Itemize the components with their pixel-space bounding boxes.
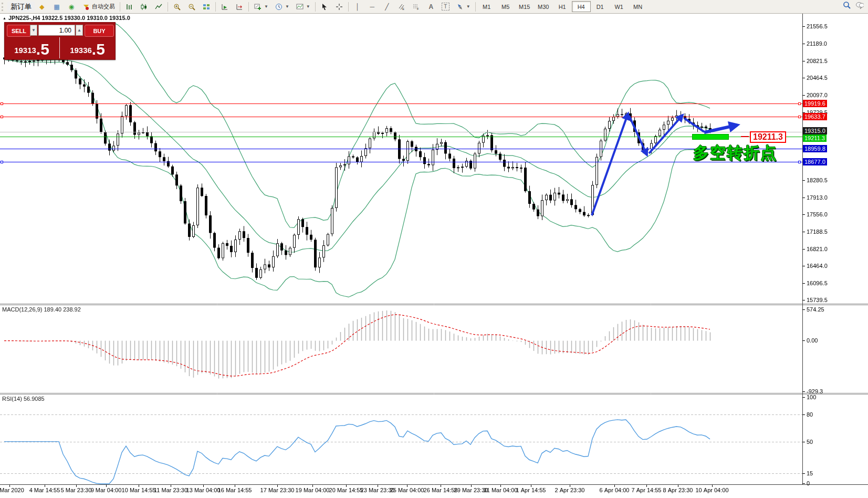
level-handle[interactable] [1, 116, 3, 118]
tab-timeframe-h4[interactable]: H4 [572, 1, 591, 12]
channel-icon: E [398, 3, 406, 11]
new-chart-button[interactable]: ▼ [250, 1, 271, 13]
tile-windows-button[interactable] [199, 1, 214, 13]
new-order-button[interactable]: 新订单 [7, 2, 35, 12]
svg-text:E: E [402, 7, 404, 11]
text-label-tool[interactable]: T [438, 1, 453, 13]
collapse-arrow-icon[interactable]: ▲ [3, 16, 6, 20]
level-price-label: 19633.7 [803, 113, 827, 120]
level-line-19211.3[interactable] [0, 137, 802, 137]
fibonacci-tool[interactable]: F [409, 1, 424, 13]
buy-price[interactable]: 19336.5 [60, 38, 114, 58]
tab-timeframe-d1[interactable]: D1 [591, 1, 610, 12]
level-line-19633.7[interactable] [0, 117, 802, 117]
tab-timeframe-m1[interactable]: M1 [477, 1, 496, 12]
price-tag-label[interactable]: 19211.3 [750, 131, 786, 143]
dropdown-arrow-icon: ▼ [285, 4, 289, 9]
horizontal-line-tool[interactable]: ─ [365, 1, 380, 13]
arrows-tool[interactable]: ▼ [453, 1, 474, 13]
timeframe-group: M1M5M15M30H1H4D1W1MN [477, 1, 647, 12]
zoom-in-button[interactable] [170, 1, 184, 13]
tab-timeframe-m30[interactable]: M30 [534, 1, 553, 12]
tab-timeframe-m5[interactable]: M5 [496, 1, 515, 12]
chart-shift-icon [235, 3, 244, 11]
level-handle[interactable] [1, 161, 3, 163]
toolbar-separator [315, 2, 316, 12]
toolbar-grip [2, 3, 6, 11]
buy-button[interactable]: BUY [85, 25, 114, 37]
chart-shift-button[interactable] [232, 1, 247, 13]
text-label-icon: T [442, 3, 449, 11]
level-line-18959.8[interactable] [0, 149, 802, 149]
bar-chart-button[interactable] [122, 1, 137, 13]
window-icon: ▦ [53, 3, 61, 11]
level-handle[interactable] [1, 102, 3, 105]
rsi-label: RSI(14) 56.9085 [2, 396, 45, 402]
candlestick-button[interactable] [137, 1, 151, 13]
horizontal-line-icon: ─ [368, 3, 377, 11]
level-handle[interactable] [798, 116, 801, 118]
buy-price-frac: .5 [92, 40, 105, 58]
panel-divider [59, 37, 60, 58]
templates-button[interactable]: ▼ [292, 1, 313, 13]
level-line-18677.0[interactable] [0, 162, 802, 162]
volume-up-button[interactable]: ▲ [76, 25, 83, 36]
fibonacci-icon: F [412, 3, 421, 11]
symbol-ohlc-text: JPN225-,H4 19322.5 19330.0 19310.0 19315… [8, 15, 130, 21]
new-chart-icon [254, 3, 262, 11]
tab-timeframe-m15[interactable]: M15 [515, 1, 534, 12]
line-chart-icon [154, 3, 163, 11]
search-icon[interactable] [843, 1, 851, 9]
auto-scroll-icon [221, 3, 229, 11]
sell-button[interactable]: SELL [7, 25, 31, 37]
tab-timeframe-h1[interactable]: H1 [553, 1, 572, 12]
template-icon [296, 3, 304, 11]
clock-icon [275, 3, 283, 11]
volume-down-button[interactable]: ▼ [30, 25, 37, 36]
text-tool[interactable]: A [424, 1, 438, 13]
level-price-label: 19211.3 [803, 134, 827, 142]
channel-tool[interactable]: E [394, 1, 409, 13]
trendline-tool[interactable]: ╱ [380, 1, 394, 13]
vertical-line-tool[interactable]: │ [350, 1, 365, 13]
gold-icon: ◆ [38, 3, 46, 11]
support-highlight-rect[interactable] [692, 134, 729, 140]
signals-icon[interactable]: ◉ [64, 1, 79, 13]
line-chart-button[interactable] [151, 1, 166, 13]
toolbar-separator [120, 2, 120, 12]
toolbar-separator [348, 2, 349, 12]
mt4-terminal: 新订单 ◆ ▦ ◉ 自动交易 ▼ ▼ ▼ │ ─ ╱ E F A T ▼ [0, 0, 868, 498]
signal-icon: ◉ [67, 3, 76, 11]
market-watch-icon[interactable]: ◆ [35, 1, 49, 13]
tab-timeframe-mn[interactable]: MN [629, 1, 647, 12]
level-handle[interactable] [798, 161, 801, 163]
autotrading-button[interactable]: 自动交易 [79, 1, 118, 13]
dropdown-arrow-icon: ▼ [306, 4, 310, 9]
buy-price-main: 19336 [70, 43, 92, 58]
sell-price[interactable]: 19313.5 [5, 38, 59, 58]
level-line-19315.0[interactable] [0, 132, 802, 132]
level-price-label: 18959.8 [803, 145, 827, 152]
sell-price-frac: .5 [36, 40, 49, 58]
zoom-out-button[interactable] [184, 1, 199, 13]
toolbar-separator [168, 2, 168, 12]
tab-timeframe-w1[interactable]: W1 [610, 1, 629, 12]
periods-button[interactable]: ▼ [271, 1, 292, 13]
zoom-in-icon [173, 3, 181, 11]
data-window-icon[interactable]: ▦ [49, 1, 64, 13]
cursor-icon [320, 3, 329, 11]
autotrading-label: 自动交易 [92, 3, 115, 11]
volume-input[interactable] [38, 25, 75, 36]
cursor-tool[interactable] [317, 1, 332, 13]
crosshair-icon [335, 3, 343, 11]
toolbar-separator [475, 2, 476, 12]
level-line-19919.6[interactable] [0, 103, 802, 104]
chart-canvas[interactable] [0, 0, 868, 498]
level-handle[interactable] [798, 102, 801, 105]
crosshair-tool[interactable] [332, 1, 347, 13]
auto-scroll-button[interactable] [217, 1, 232, 13]
candlestick-icon [140, 3, 148, 11]
chat-icon[interactable] [855, 1, 864, 9]
zoom-out-icon [187, 3, 196, 11]
turning-point-text[interactable]: 多空转折点 [693, 142, 777, 164]
